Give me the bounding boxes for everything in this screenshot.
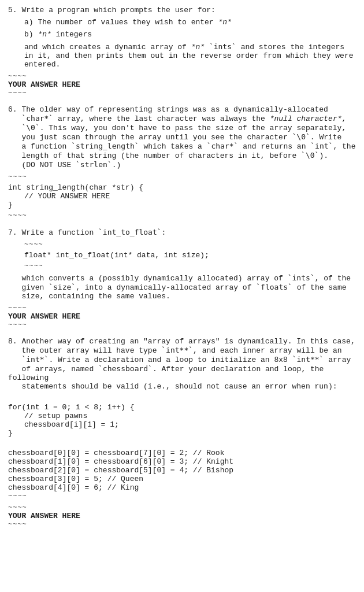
- q6-code-line1: int string_length(char *str) {: [8, 183, 356, 192]
- q5-part-b-text: *n* integers: [38, 30, 92, 39]
- q8-wavy-top: ~~~~: [8, 504, 356, 512]
- q8-heading: Another way of creating an "array of arr…: [8, 337, 355, 391]
- question-5: 5. Write a program which prompts the use…: [8, 6, 356, 97]
- q7-description: which converts a (possibly dynamically a…: [8, 273, 356, 301]
- q6-title: 6. The older way of representing strings…: [8, 105, 356, 169]
- q5-part-a-text: The number of values they wish to enter …: [38, 18, 231, 27]
- q8-wavy-bottom: ~~~~: [8, 520, 356, 528]
- q6-heading: The older way of representing strings wa…: [8, 105, 355, 169]
- q8-answer-label: YOUR ANSWER HERE: [8, 512, 356, 520]
- q8-code1-line2: // setup pawns: [24, 412, 356, 420]
- question-8: 8. Another way of creating an "array of …: [8, 337, 356, 528]
- q5-part-b: b) *n* integers: [24, 30, 356, 39]
- q7-wavy-bottom: ~~~~: [8, 321, 356, 329]
- q5-wavy-top: ~~~~: [8, 72, 356, 80]
- q7-answer-label: YOUR ANSWER HERE: [8, 312, 356, 321]
- q7-answer-block: ~~~~ YOUR ANSWER HERE ~~~~: [8, 304, 356, 329]
- q8-code1-line1: for(int i = 0; i < 8; i++) {: [8, 403, 356, 412]
- q8-code2-line3: chessboard[2][0] = chessboard[5][0] = 4;…: [8, 466, 356, 475]
- q5-answer-block: ~~~~ YOUR ANSWER HERE ~~~~: [8, 72, 356, 97]
- q8-code2-line2: chessboard[1][0] = chessboard[6][0] = 3;…: [8, 457, 356, 466]
- q6-answer-block: ~~~~ int string_length(char *str) { // Y…: [8, 173, 356, 220]
- q6-number: 6.: [8, 105, 21, 114]
- q8-code-block2: chessboard[0][0] = chessboard[7][0] = 2;…: [8, 440, 356, 500]
- q8-code2-wavy: ~~~~: [8, 492, 356, 500]
- q7-sub-block: ~~~~ float* int_to_float(int* data, int …: [24, 240, 356, 270]
- q5-number: 5.: [8, 6, 21, 14]
- q5-part-b-label: b): [24, 30, 38, 39]
- q5-description: and which creates a dynamic array of *n*…: [24, 42, 356, 69]
- q7-number: 7.: [8, 228, 21, 237]
- q8-code2-line4: chessboard[3][0] = 5; // Queen: [8, 475, 356, 483]
- q6-wavy-bottom: ~~~~: [8, 212, 356, 220]
- q6-code-line3: }: [8, 201, 356, 209]
- q8-code2-line1: chessboard[0][0] = chessboard[7][0] = 2;…: [8, 449, 356, 457]
- q7-title: 7. Write a function `int_to_float`:: [8, 228, 356, 237]
- q8-title: 8. Another way of creating an "array of …: [8, 337, 356, 391]
- page-content: 5. Write a program which prompts the use…: [8, 6, 356, 528]
- q5-heading: Write a program which prompts the user f…: [21, 6, 215, 14]
- question-6: 6. The older way of representing strings…: [8, 105, 356, 220]
- q6-code-line2: // YOUR ANSWER HERE: [24, 192, 356, 201]
- q7-sub-wavy-top: ~~~~: [24, 240, 356, 249]
- q7-wavy-top: ~~~~: [8, 304, 356, 312]
- q6-code: int string_length(char *str) { // YOUR A…: [8, 183, 356, 209]
- q8-code1-line4: }: [8, 429, 356, 438]
- q8-number: 8.: [8, 337, 21, 346]
- q7-heading: Write a function `int_to_float`:: [21, 228, 166, 237]
- q5-part-a-label: a): [24, 18, 38, 27]
- q8-code-block1: for(int i = 0; i < 8; i++) { // setup pa…: [8, 394, 356, 438]
- q5-title: 5. Write a program which prompts the use…: [8, 6, 356, 14]
- q7-sub-wavy-bottom: ~~~~: [24, 262, 356, 270]
- q5-answer-label: YOUR ANSWER HERE: [8, 80, 356, 89]
- q8-answer-block: ~~~~ YOUR ANSWER HERE ~~~~: [8, 504, 356, 528]
- q5-part-a: a) The number of values they wish to ent…: [24, 18, 356, 27]
- q8-code1-line3: chessboard[i][1] = 1;: [24, 420, 356, 429]
- q5-wavy-bottom: ~~~~: [8, 89, 356, 97]
- q7-signature: float* int_to_float(int* data, int size)…: [24, 251, 356, 260]
- q8-code2-line5: chessboard[4][0] = 6; // King: [8, 483, 356, 492]
- q6-wavy-top: ~~~~: [8, 173, 356, 181]
- question-7: 7. Write a function `int_to_float`: ~~~~…: [8, 228, 356, 329]
